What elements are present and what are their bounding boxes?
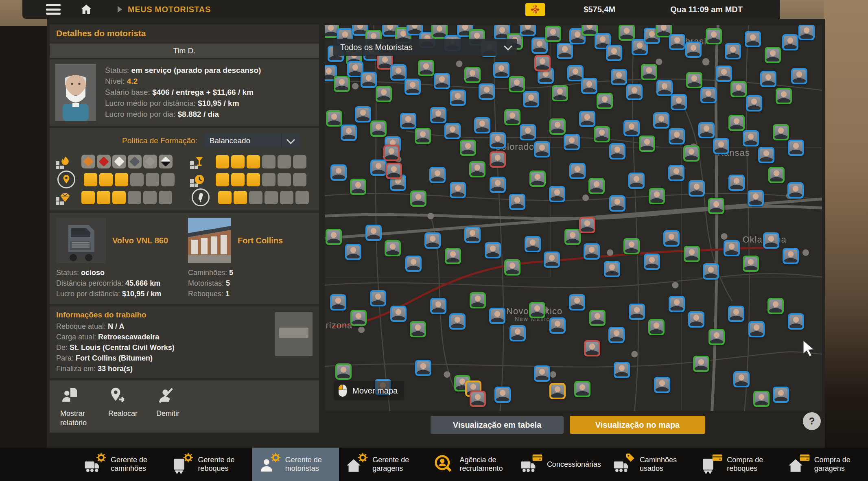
driver-marker[interactable] (390, 64, 407, 81)
driver-marker[interactable] (758, 147, 774, 163)
driver-marker[interactable] (768, 167, 785, 183)
driver-marker[interactable] (730, 81, 747, 97)
driver-marker[interactable] (390, 306, 407, 322)
driver-marker[interactable] (549, 118, 566, 135)
driver-marker[interactable] (386, 163, 402, 179)
driver-marker[interactable] (534, 55, 551, 71)
driver-marker[interactable] (405, 256, 422, 272)
driver-marker[interactable] (334, 76, 350, 92)
driver-marker[interactable] (564, 229, 581, 245)
menu-icon[interactable] (46, 4, 61, 15)
driver-marker[interactable] (748, 321, 765, 337)
driver-marker[interactable] (725, 43, 741, 59)
driver-marker[interactable] (552, 85, 568, 101)
driver-filter-dropdown[interactable]: Todos os Motoristas (333, 39, 517, 56)
driver-marker[interactable] (523, 91, 539, 107)
driver-marker[interactable] (787, 182, 804, 199)
driver-marker[interactable] (654, 377, 670, 393)
driver-marker[interactable] (623, 238, 640, 254)
driver-marker[interactable] (549, 186, 565, 202)
driver-marker[interactable] (604, 261, 620, 277)
driver-marker[interactable] (728, 306, 744, 322)
driver-marker[interactable] (584, 340, 600, 356)
driver-marker[interactable] (763, 232, 779, 249)
driver-marker[interactable] (683, 145, 700, 162)
driver-marker[interactable] (798, 25, 815, 40)
driver-marker[interactable] (494, 387, 511, 403)
driver-marker[interactable] (614, 362, 630, 378)
driver-marker[interactable] (504, 259, 520, 275)
driver-marker[interactable] (444, 123, 461, 139)
driver-marker[interactable] (668, 165, 684, 181)
driver-marker[interactable] (361, 72, 377, 88)
driver-marker[interactable] (649, 188, 665, 204)
driver-marker[interactable] (588, 178, 605, 194)
driver-marker[interactable] (429, 167, 446, 183)
driver-marker[interactable] (579, 217, 595, 233)
driver-marker[interactable] (608, 327, 625, 343)
driver-marker[interactable] (644, 254, 660, 270)
driver-marker[interactable] (688, 311, 704, 328)
driver-marker[interactable] (584, 243, 600, 260)
driver-marker[interactable] (485, 242, 501, 258)
driver-marker[interactable] (400, 113, 416, 129)
driver-marker[interactable] (549, 383, 566, 399)
driver-marker[interactable] (489, 308, 505, 324)
driver-marker[interactable] (424, 232, 441, 249)
driver-marker[interactable] (746, 95, 762, 112)
driver-marker[interactable] (430, 298, 446, 314)
driver-marker[interactable] (686, 72, 702, 88)
driver-marker[interactable] (549, 317, 566, 334)
driver-marker[interactable] (404, 79, 421, 95)
driver-marker[interactable] (700, 87, 717, 103)
driver-marker[interactable] (574, 381, 590, 397)
driver-marker[interactable] (569, 294, 585, 310)
driver-marker[interactable] (415, 360, 431, 376)
toolbar-item-person-gear[interactable]: Gerente de motoristas (252, 448, 339, 481)
driver-marker[interactable] (689, 180, 705, 197)
driver-marker[interactable] (791, 68, 807, 84)
driver-marker[interactable] (773, 124, 789, 140)
driver-marker[interactable] (745, 31, 761, 47)
toolbar-item-house-gear[interactable]: Gerente de garagens (339, 448, 426, 481)
driver-marker[interactable] (464, 227, 481, 243)
driver-marker[interactable] (365, 225, 382, 241)
driver-marker[interactable] (619, 25, 635, 41)
driver-marker[interactable] (370, 160, 387, 176)
driver-marker[interactable] (776, 88, 792, 104)
toolbar-item-recruit[interactable]: Agência de recrutamento (426, 448, 514, 481)
driver-marker[interactable] (724, 240, 740, 256)
driver-marker[interactable] (534, 141, 550, 157)
driver-marker[interactable] (663, 230, 680, 247)
table-view-button[interactable]: Visualização em tabela (431, 416, 564, 434)
driver-marker[interactable] (430, 107, 446, 123)
home-icon[interactable] (79, 3, 94, 16)
driver-marker[interactable] (525, 236, 541, 252)
driver-marker[interactable] (716, 66, 732, 82)
driver-marker[interactable] (534, 365, 550, 382)
breadcrumb[interactable]: MEUS MOTORISTAS (128, 5, 211, 14)
driver-marker[interactable] (509, 76, 525, 92)
truck-photo[interactable] (56, 218, 106, 263)
driver-marker[interactable] (629, 304, 645, 320)
driver-marker[interactable] (773, 387, 789, 403)
driver-marker[interactable] (597, 93, 613, 109)
driver-marker[interactable] (479, 83, 495, 100)
driver-marker[interactable] (564, 134, 580, 150)
driver-marker[interactable] (434, 73, 450, 89)
driver-marker[interactable] (545, 26, 561, 42)
driver-marker[interactable] (470, 391, 486, 407)
driver-marker[interactable] (418, 60, 434, 76)
driver-marker[interactable] (609, 143, 625, 160)
driver-marker[interactable] (648, 319, 665, 335)
driver-marker[interactable] (385, 240, 401, 256)
driver-marker[interactable] (410, 190, 426, 207)
driver-marker[interactable] (330, 164, 347, 181)
driver-marker[interactable] (685, 42, 702, 58)
driver-marker[interactable] (782, 34, 798, 50)
driver-marker[interactable] (788, 313, 804, 330)
driver-marker[interactable] (765, 47, 781, 63)
driver-marker[interactable] (708, 329, 725, 345)
driver-marker[interactable] (520, 25, 536, 36)
driver-marker[interactable] (684, 246, 700, 262)
